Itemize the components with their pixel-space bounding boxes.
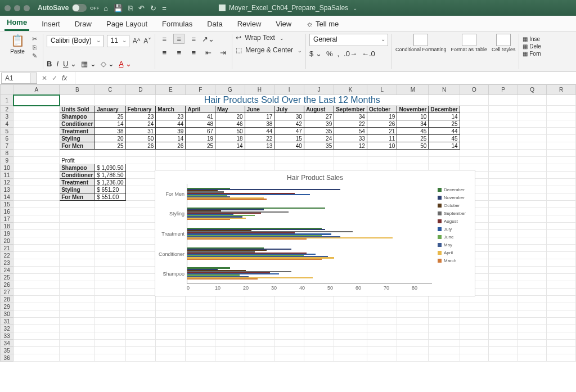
- orientation-icon[interactable]: ↗⌄: [202, 34, 214, 44]
- currency-icon[interactable]: $ ⌄: [309, 49, 322, 58]
- row-header-35[interactable]: 35: [1, 347, 14, 354]
- row-header-13[interactable]: 13: [1, 186, 14, 193]
- row-header-32[interactable]: 32: [1, 325, 14, 332]
- enter-icon[interactable]: ✓: [52, 74, 57, 82]
- row-header-19[interactable]: 19: [1, 230, 14, 237]
- underline-button[interactable]: U ⌄: [63, 60, 76, 68]
- chart-hair-product-sales[interactable]: Hair Product Sales For MenStylingTreatme…: [155, 170, 475, 296]
- autosave-toggle[interactable]: AutoSave OFF: [38, 4, 99, 12]
- col-header-K[interactable]: K: [334, 85, 367, 95]
- row-header-20[interactable]: 20: [1, 237, 14, 245]
- row-header-30[interactable]: 30: [1, 310, 14, 318]
- row-header-7[interactable]: 7: [1, 142, 14, 150]
- col-header-A[interactable]: A: [14, 85, 60, 95]
- row-header-24[interactable]: 24: [1, 267, 14, 274]
- chevron-down-icon[interactable]: [296, 46, 302, 54]
- increase-decimal-icon[interactable]: .0→: [344, 49, 357, 58]
- font-name-select[interactable]: Calibri (Body): [47, 35, 104, 47]
- row-header-34[interactable]: 34: [1, 340, 14, 347]
- italic-button[interactable]: I: [56, 60, 58, 68]
- row-header-2[interactable]: 2: [1, 106, 14, 113]
- align-bottom-icon[interactable]: ≡: [188, 34, 199, 44]
- row-header-9[interactable]: 9: [1, 157, 14, 164]
- row-header-31[interactable]: 31: [1, 318, 14, 325]
- fx-label[interactable]: fx: [62, 74, 67, 82]
- maximize-icon[interactable]: [24, 5, 30, 11]
- row-header-25[interactable]: 25: [1, 274, 14, 281]
- font-size-select[interactable]: 11: [107, 35, 129, 47]
- col-header-O[interactable]: O: [460, 85, 489, 95]
- name-box[interactable]: A1: [1, 73, 37, 84]
- home-icon[interactable]: ⌂: [104, 4, 108, 12]
- decrease-font-icon[interactable]: A˅: [143, 37, 151, 45]
- col-header-J[interactable]: J: [304, 85, 334, 95]
- tab-draw[interactable]: Draw: [73, 17, 94, 31]
- tab-insert[interactable]: Insert: [39, 17, 62, 31]
- conditional-formatting-button[interactable]: Conditional Formatting: [395, 34, 447, 52]
- comma-icon[interactable]: ,: [337, 49, 339, 58]
- increase-indent-icon[interactable]: ⇥: [217, 47, 228, 57]
- chevron-down-icon[interactable]: [352, 4, 357, 12]
- row-header-21[interactable]: 21: [1, 245, 14, 252]
- row-header-16[interactable]: 16: [1, 208, 14, 215]
- wrap-text-button[interactable]: ↩ Wrap Text: [236, 34, 302, 42]
- col-header-G[interactable]: G: [215, 85, 245, 95]
- row-header-28[interactable]: 28: [1, 296, 14, 303]
- tab-home[interactable]: Home: [4, 15, 29, 31]
- row-header-18[interactable]: 18: [1, 223, 14, 230]
- row-header-15[interactable]: 15: [1, 201, 14, 208]
- row-header-26[interactable]: 26: [1, 281, 14, 289]
- increase-font-icon[interactable]: A^: [133, 37, 141, 45]
- copy-icon[interactable]: ⎘: [29, 43, 39, 51]
- col-header-B[interactable]: B: [60, 85, 95, 95]
- tab-review[interactable]: Review: [235, 17, 264, 31]
- toggle-icon[interactable]: [72, 4, 87, 12]
- row-header-4[interactable]: 4: [1, 120, 14, 128]
- redo-icon[interactable]: ↻: [150, 4, 156, 12]
- row-header-3[interactable]: 3: [1, 113, 14, 120]
- col-header-M[interactable]: M: [397, 85, 429, 95]
- row-header-27[interactable]: 27: [1, 289, 14, 296]
- save-icon[interactable]: 💾: [114, 4, 123, 12]
- insert-cells-button[interactable]: Inse: [523, 36, 541, 42]
- row-header-1[interactable]: 1: [1, 95, 14, 106]
- chevron-down-icon[interactable]: [278, 34, 284, 42]
- paste-button[interactable]: 📋 Paste: [7, 34, 28, 55]
- col-header-Q[interactable]: Q: [518, 85, 547, 95]
- worksheet-area[interactable]: ABCDEFGHIJKLMNOPQR1Hair Products Sold Ov…: [0, 84, 576, 392]
- percent-icon[interactable]: %: [326, 49, 333, 58]
- close-icon[interactable]: [4, 5, 11, 11]
- touch-icon[interactable]: ⎘: [128, 4, 133, 12]
- decrease-indent-icon[interactable]: ⇤: [202, 47, 214, 57]
- delete-cells-button[interactable]: Dele: [523, 43, 541, 49]
- col-header-I[interactable]: I: [274, 85, 304, 95]
- col-header-F[interactable]: F: [186, 85, 215, 95]
- decrease-decimal-icon[interactable]: ←.0: [362, 49, 375, 58]
- undo-icon[interactable]: ↶: [138, 4, 145, 12]
- merge-center-button[interactable]: ⬚ Merge & Center: [236, 46, 302, 54]
- minimize-icon[interactable]: [14, 5, 20, 11]
- row-header-23[interactable]: 23: [1, 259, 14, 267]
- tab-data[interactable]: Data: [205, 17, 224, 31]
- align-top-icon[interactable]: ≡: [159, 34, 170, 44]
- row-header-14[interactable]: 14: [1, 193, 14, 201]
- col-header-D[interactable]: D: [125, 85, 156, 95]
- cut-icon[interactable]: ✂: [29, 35, 39, 43]
- row-header-33[interactable]: 33: [1, 332, 14, 340]
- row-header-22[interactable]: 22: [1, 252, 14, 259]
- format-as-table-button[interactable]: Format as Table: [451, 34, 487, 52]
- spin-icon[interactable]: [30, 73, 37, 83]
- border-button[interactable]: ▦ ⌄: [81, 60, 96, 68]
- window-controls[interactable]: [4, 5, 30, 11]
- align-center-icon[interactable]: ≡: [173, 47, 184, 57]
- overflow-icon[interactable]: =: [162, 4, 166, 12]
- row-header-29[interactable]: 29: [1, 303, 14, 310]
- tab-page-layout[interactable]: Page Layout: [104, 17, 150, 31]
- row-header-36[interactable]: 36: [1, 354, 14, 362]
- row-header-5[interactable]: 5: [1, 128, 14, 135]
- align-middle-icon[interactable]: ≡: [173, 34, 184, 44]
- align-left-icon[interactable]: ≡: [159, 47, 170, 57]
- col-header-H[interactable]: H: [245, 85, 274, 95]
- tab-formulas[interactable]: Formulas: [160, 17, 195, 31]
- row-header-6[interactable]: 6: [1, 135, 14, 142]
